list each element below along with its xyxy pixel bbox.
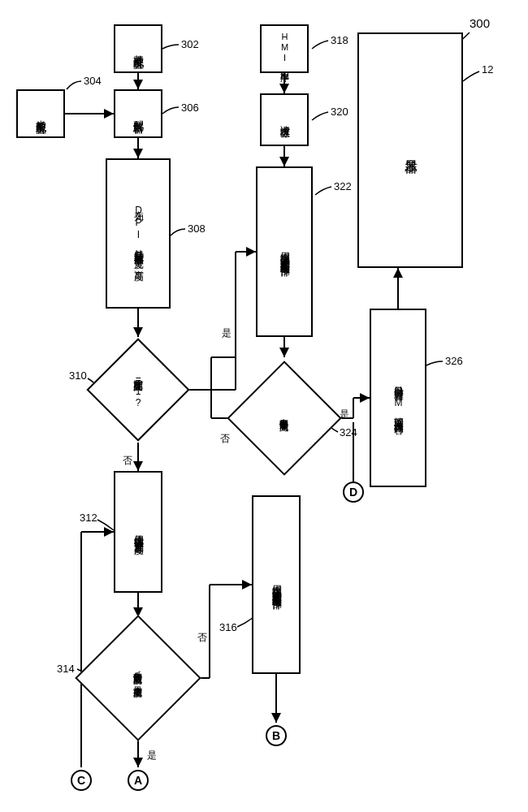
off-page-connector-d: D (343, 482, 364, 503)
node-id-label-304: 304 (84, 75, 102, 87)
node-text: 使用缩放因子计算宽度和高度 (132, 527, 145, 538)
process-box-312: 使用缩放因子计算宽度和高度 (114, 471, 162, 593)
decision-diamond-314: 部件新的高度或宽度<最小高度或宽度？ (75, 615, 201, 741)
connector-label: C (77, 774, 85, 787)
node-id-label-326: 326 (445, 355, 463, 367)
node-text: 向窗口管理器（HM管理器）发送缓存内容 (392, 379, 405, 417)
node-id-label-310: 310 (69, 369, 87, 382)
node-text: 基准系统配置 (131, 46, 145, 51)
node-id-label-308: 308 (188, 222, 206, 235)
node-id-label-324: 324 (340, 426, 357, 438)
node-text: HMI应用程序 (279, 32, 291, 67)
node-id-label-316: 316 (219, 621, 237, 633)
node-id-label-318: 318 (331, 34, 348, 46)
node-id-label-306: 306 (181, 102, 199, 114)
node-id-label-320: 320 (331, 106, 348, 118)
connector-label: A (134, 774, 142, 787)
node-id-label-322: 322 (334, 180, 352, 192)
node-text: 显示器 (402, 149, 419, 152)
process-box-322: 用缓存区上的基准宽度和高度绘制每个部件 (256, 166, 313, 337)
process-box-306: 配置解析器 (114, 89, 162, 138)
process-box-320: 请求缓存区 (260, 93, 309, 146)
off-page-connector-b: B (266, 725, 287, 746)
process-box-302: 基准系统配置 (114, 24, 162, 73)
process-box-318: HMI应用程序 (260, 24, 309, 73)
decision-diamond-324: 全部部件是否绘制完成？ (227, 361, 341, 475)
node-text: 用缓存区上的基准宽度和高度绘制每个部件 (278, 244, 292, 260)
connector-label: D (349, 486, 357, 499)
node-id-label-12: 12 (482, 63, 493, 76)
node-text: 配置解析器 (131, 112, 145, 116)
process-box-308: 在为DPI补偿之后计算缩放因子（宽度、高度） (106, 158, 171, 309)
node-text: 部件新的高度或宽度<最小高度或宽度？ (134, 665, 144, 691)
node-text: 当前系统配置 (33, 111, 48, 116)
decision-diamond-310: 宽度和高度比=1? (86, 338, 189, 441)
process-box-316: 用缓存区上的新的宽度和高度绘制每个部件 (252, 495, 301, 674)
off-page-connector-c: C (71, 770, 92, 791)
flowchart-diagram: 300 基准系统配置 302 当前系统配置 304 配置解析器 306 在为DP… (0, 0, 528, 812)
node-id-label-312: 312 (80, 512, 97, 524)
off-page-connector-a: A (128, 770, 149, 791)
connector-label: B (272, 729, 280, 742)
node-id-label-314: 314 (57, 663, 75, 675)
node-text: 在为DPI补偿之后计算缩放因子（宽度、高度） (132, 203, 145, 265)
node-text: 宽度和高度比=1? (132, 371, 144, 409)
node-text: 全部部件是否绘制完成？ (280, 412, 290, 425)
node-id-label-302: 302 (181, 38, 199, 50)
process-box-326: 向窗口管理器（HM管理器）发送缓存内容 (370, 309, 426, 487)
node-text: 用缓存区上的新的宽度和高度绘制每个部件 (270, 577, 283, 593)
process-box-display: 显示器 (357, 32, 463, 268)
figure-number-label: 300 (470, 16, 490, 30)
process-box-304: 当前系统配置 (16, 89, 65, 138)
node-text: 请求缓存区 (278, 118, 292, 122)
